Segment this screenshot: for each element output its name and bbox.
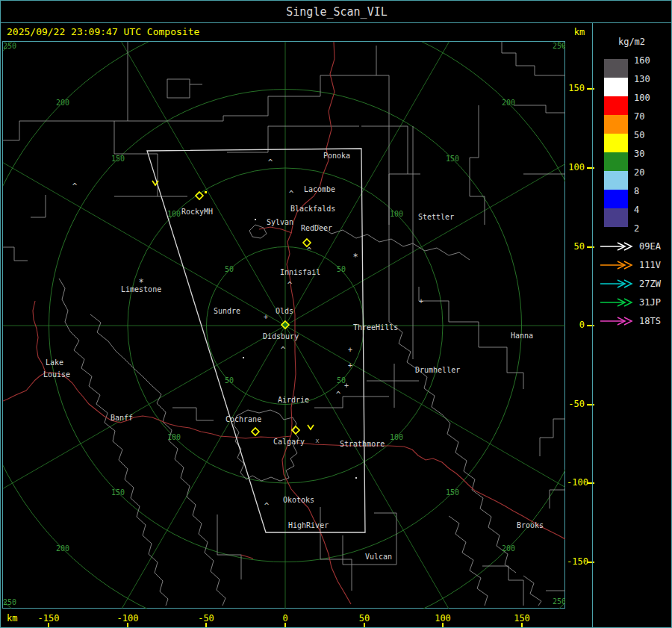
bottom-axis-tick xyxy=(205,623,207,628)
city-label-lacombe: Lacombe xyxy=(304,185,335,193)
city-label-blackfalds: Blackfalds xyxy=(290,205,335,213)
city-label-cochrane: Cochrane xyxy=(225,415,261,423)
bottom-axis-tick-label: -150 xyxy=(38,613,60,624)
range-ring-label: 100 xyxy=(167,210,181,218)
chevron-marker xyxy=(308,425,314,429)
bottom-distance-axis: -150-100-50050100150 xyxy=(1,610,567,628)
legend-unit-label: kg/m2 xyxy=(594,37,670,47)
right-axis-tick-label: 50 xyxy=(567,241,585,252)
bottom-axis-tick xyxy=(127,623,128,628)
panel-divider xyxy=(592,23,593,628)
azimuth-line-60 xyxy=(285,42,509,326)
caret-marker: ^ xyxy=(268,158,273,167)
range-ring-label: 250 xyxy=(3,598,16,606)
window-title: Single_Scan_VIL xyxy=(286,5,387,19)
bottom-axis-tick-label: 0 xyxy=(282,613,287,624)
vil-scale-value: 100 xyxy=(634,93,650,103)
vil-scale-swatch xyxy=(604,78,628,96)
range-ring-label: 50 xyxy=(337,265,346,273)
vil-scale-value: 50 xyxy=(634,130,644,140)
range-ring-label: 150 xyxy=(446,488,459,497)
city-label-airdrie: Airdrie xyxy=(278,396,309,404)
window-title-bar: Single_Scan_VIL xyxy=(1,1,672,23)
caret-marker: ^ xyxy=(281,345,286,355)
track-arrow-icon xyxy=(600,279,634,289)
plus-marker: + xyxy=(264,313,268,321)
right-distance-axis: 150100500-50-100-150 xyxy=(567,41,592,609)
vil-scale-swatch xyxy=(604,171,628,190)
city-label-didsbury: Didsbury xyxy=(263,332,299,341)
city-label-innisfail: Innisfail xyxy=(280,268,320,276)
track-arrow-icon xyxy=(600,317,634,326)
right-axis-tick-label: 100 xyxy=(567,162,585,172)
vil-scale-value: 70 xyxy=(634,111,644,122)
city-label-drumheller: Drumheller xyxy=(415,366,460,374)
azimuth-line-120 xyxy=(61,42,285,326)
range-ring-label: 250 xyxy=(3,42,16,50)
track-id-label: 111V xyxy=(639,260,661,270)
city-label-strathmore: Strathmore xyxy=(340,440,385,448)
city-label-sundre: Sundre xyxy=(214,307,240,315)
vil-scale-value: 20 xyxy=(634,167,644,178)
track-arrow-icon xyxy=(600,242,634,252)
vil-scale-swatch xyxy=(604,59,628,78)
plus-marker: + xyxy=(348,361,352,370)
vil-scale-value: 2 xyxy=(634,223,639,234)
city-label-reddeer: RedDeer xyxy=(301,224,332,232)
city-label-rockymh: RockyMH xyxy=(181,208,213,216)
range-ring-label: 200 xyxy=(502,99,515,107)
diamond-marker xyxy=(252,428,259,435)
range-ring-label: 50 xyxy=(225,376,234,385)
right-axis-tick-label: -50 xyxy=(567,399,585,409)
city-label-okotoks: Okotoks xyxy=(283,496,314,504)
app-window: Single_Scan_VIL 2025/09/22 23:09:47 UTC … xyxy=(0,0,672,628)
city-label-ponoka: Ponoka xyxy=(323,152,350,160)
city-label-threehills: ThreeHills xyxy=(353,323,398,332)
bottom-axis-tick xyxy=(284,623,286,628)
right-axis-tick-label: 0 xyxy=(567,320,585,330)
vil-scale-swatch xyxy=(604,152,628,171)
caret-marker: ^ xyxy=(72,181,78,191)
storm-track-row: 31JP xyxy=(600,297,661,308)
bottom-axis-tick-label: 50 xyxy=(359,613,370,624)
right-axis-tick-label: -100 xyxy=(567,477,585,488)
range-ring-label: 250 xyxy=(553,597,565,606)
range-ring-label: 150 xyxy=(446,155,459,163)
diamond-marker xyxy=(292,426,299,434)
caret-marker: ^ xyxy=(264,501,270,511)
bottom-axis-tick xyxy=(442,623,444,628)
track-arrow-icon xyxy=(600,261,634,270)
bottom-axis-tick-label: -100 xyxy=(117,613,139,624)
range-ring-label: 200 xyxy=(502,544,515,553)
city-label-banff: Banff xyxy=(111,414,133,422)
vil-scale-value: 30 xyxy=(634,149,644,159)
caret-marker: ^ xyxy=(336,390,341,400)
vil-scale-value: 160 xyxy=(634,55,650,66)
right-axis-tick-label: -150 xyxy=(567,556,585,567)
caret-marker: ^ xyxy=(289,189,294,199)
range-ring-label: 100 xyxy=(390,210,403,218)
diamond-filled-marker xyxy=(281,321,289,329)
bottom-axis-unit-label: km xyxy=(7,613,17,624)
dot-marker xyxy=(355,477,357,479)
vil-scale-value: 8 xyxy=(634,186,639,196)
plus-marker: + xyxy=(344,382,349,390)
caret-marker: ^ xyxy=(287,280,293,290)
city-label-vulcan: Vulcan xyxy=(365,553,392,561)
bottom-axis-tick-label: 100 xyxy=(435,613,451,624)
city-labels: PonokaLacombeBlackfaldsSylvanRedDeerInni… xyxy=(43,152,544,561)
track-id-label: 18TS xyxy=(639,316,661,326)
bottom-axis-tick xyxy=(48,623,49,628)
city-label-sylvan: Sylvan xyxy=(267,218,293,226)
timestamp-label: 2025/09/22 23:09:47 UTC Composite xyxy=(7,26,199,37)
city-label-louise: Louise xyxy=(43,370,70,379)
range-ring-label: 100 xyxy=(390,433,403,441)
city-label-highriver: HighRiver xyxy=(288,521,329,529)
dot-marker xyxy=(243,357,244,358)
city-label-brooks: Brooks xyxy=(517,521,544,529)
range-ring-label: 50 xyxy=(225,265,234,273)
radar-map-canvas[interactable]: 5050505010010010010015015015015020020020… xyxy=(3,42,565,609)
city-label-olds: Olds xyxy=(276,307,293,315)
diamond-marker xyxy=(196,192,203,199)
city-label-hanna: Hanna xyxy=(511,332,533,340)
